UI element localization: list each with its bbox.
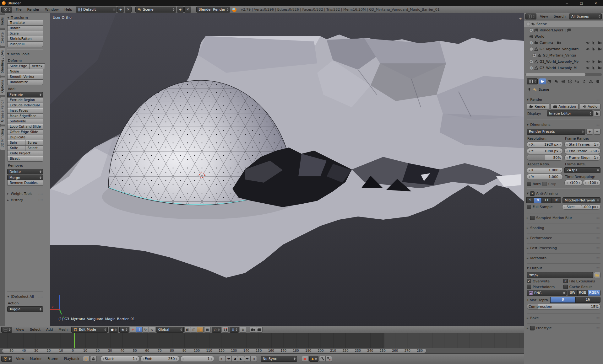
anti-aliasing-header[interactable]: Anti-Aliasing:::: [527,191,600,196]
collapsed-panel-header[interactable]: Weight Tools:::: [7,191,43,196]
menu-item[interactable]: View [13,357,27,361]
tool-button[interactable]: Subdivide [7,119,43,124]
border-checkbox[interactable] [527,182,531,186]
crop-checkbox[interactable] [542,182,547,186]
outliner-item-label[interactable]: RenderLayers [540,28,563,32]
tool-button[interactable]: Extrude Individual [7,103,43,108]
section-header[interactable]: Bake:::: [527,315,600,321]
menu-item[interactable]: Window [42,8,62,12]
color-mode-button[interactable]: BW [568,290,578,296]
occlude-icon[interactable] [204,327,211,333]
editor-type-selector[interactable] [1,356,12,362]
menu-item[interactable]: View [13,328,27,332]
properties-tab[interactable] [567,78,573,84]
properties-tab[interactable] [588,78,594,84]
current-frame-indicator[interactable] [74,333,75,348]
section-header[interactable]: Post Processing:::: [527,245,600,251]
tool-button[interactable]: Translate [7,20,43,26]
translate-icon[interactable] [136,327,143,333]
transform-panel-header[interactable]: Transform [7,15,43,20]
prevkey-icon[interactable] [225,356,232,362]
shelf-tab[interactable]: Options [0,77,5,96]
expand-icon[interactable]: + [529,41,533,45]
tool-button[interactable]: Push/Pull [7,41,43,47]
section-checkbox[interactable] [530,326,535,330]
menu-item[interactable]: Marker [27,357,45,361]
render-engine-selector[interactable]: Blender Render [196,7,230,13]
dimensions-section-header[interactable]: Dimensions:::: [527,122,600,127]
color-depth-button[interactable]: 8 [550,297,576,303]
mesh-tools-panel-header[interactable]: Mesh Tools [7,51,43,57]
properties-tab[interactable] [574,78,580,84]
menu-item[interactable]: Render [24,8,42,12]
av-sync-selector[interactable]: No Sync [261,356,297,362]
menu-item[interactable]: Add [43,328,56,332]
tool-button[interactable]: Duplicate [7,135,43,140]
menu-item[interactable]: Mesh [56,328,70,332]
outliner-row[interactable]: - Scene [524,21,603,27]
expand-icon[interactable]: - [526,22,530,26]
action-dropdown[interactable]: Toggle [7,306,43,312]
tool-button[interactable]: Noise [7,69,43,74]
facemode-icon[interactable] [197,327,204,333]
menu-item[interactable]: Frame [45,357,61,361]
aa-sample-button[interactable]: 5 [526,197,534,203]
properties-tab[interactable] [581,78,587,84]
visibility-eye-icon[interactable] [586,66,590,70]
outliner-item-label[interactable]: G3_Myrtana_Vangu [543,53,576,57]
close-button[interactable]: ✕ [589,0,603,6]
start-frame-field[interactable]: Start: 1 [100,356,139,362]
scene-selector[interactable]: Scene [135,7,176,13]
edgemode-icon[interactable] [191,327,197,333]
minimize-button[interactable]: ─ [560,0,574,6]
tool-button[interactable]: Screw [25,140,43,146]
outliner-row[interactable]: World [524,33,603,40]
vertmode-icon[interactable] [184,327,191,333]
record-icon[interactable] [302,356,308,362]
menu-item[interactable]: Playback [61,357,82,361]
remove-dropdown[interactable]: Merge [7,175,43,180]
play-icon[interactable] [238,356,244,362]
aspect-x-field[interactable]: X:1.000 [527,167,563,173]
outliner-row[interactable]: + G3_World_Lowpoly_M [524,65,603,71]
tool-button[interactable]: Extrude Region [7,97,43,103]
section-checkbox[interactable] [530,216,535,220]
browse-folder-button[interactable] [594,272,600,278]
jumpend-icon[interactable] [250,356,257,362]
tool-button[interactable]: Spin [7,140,25,146]
menu-item[interactable]: Help [62,8,75,12]
outliner-row[interactable]: + G3_World_Lowpoly_My [524,58,603,65]
properties-tab[interactable] [560,78,567,84]
expand-icon[interactable]: + [529,66,533,70]
outliner-item-label[interactable]: Camera [540,41,553,45]
shelf-tab[interactable]: Grease Pencil [0,97,5,125]
viewport-3d[interactable]: x y User Ortho (1) G3_Myrtana_Vanguard_M… [50,13,524,326]
clap-icon[interactable] [256,327,263,333]
aa-sample-button[interactable]: 8 [534,197,542,203]
expand-icon[interactable]: + [529,60,533,64]
section-header[interactable]: Performance:::: [527,235,600,241]
end-frame-field[interactable]: End: 250 [140,356,179,362]
mode-selector[interactable]: Edit Mode [71,327,108,333]
tool-button[interactable]: Vertex [30,63,45,69]
renderability-camera-icon[interactable] [598,41,602,45]
region-plus-icon[interactable]: + [519,16,522,21]
properties-tab[interactable] [539,78,546,84]
aa-filter-selector[interactable]: Mitchell-Netravali [562,197,600,203]
editor-type-selector[interactable] [527,78,538,84]
outliner-row[interactable]: + RenderLayers | [524,27,603,33]
selectability-cursor-icon[interactable] [592,47,596,51]
axis-icon[interactable] [130,327,136,333]
playrev-icon[interactable] [231,356,238,362]
add-layout-button[interactable]: + [117,7,124,13]
selectability-cursor-icon[interactable] [592,66,596,70]
aspect-y-field[interactable]: Y:1.000 [527,174,563,180]
playback-range-clock-button[interactable] [83,356,90,362]
expand-icon[interactable]: + [529,28,533,32]
lock-interface-button[interactable] [594,110,600,116]
color-depth-button[interactable]: 16 [575,297,601,303]
output-section-header[interactable]: Output:::: [527,265,600,271]
lock-time-button[interactable] [90,356,97,362]
keying-set-selector[interactable] [309,356,319,362]
tool-button[interactable]: Randomize [7,79,43,85]
